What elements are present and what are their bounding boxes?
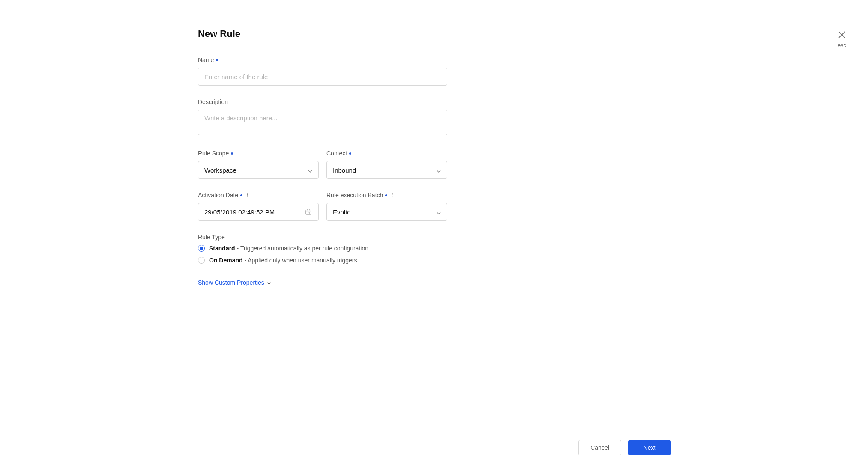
info-icon[interactable]: i [389,193,395,198]
required-dot-icon [216,59,218,61]
rule-type-option-standard[interactable]: Standard - Triggered automatically as pe… [198,245,447,252]
batch-label: Rule execution Batch i [326,192,447,199]
rule-scope-select[interactable]: Workspace [198,161,319,179]
chevron-down-icon [267,279,271,286]
cancel-button[interactable]: Cancel [578,440,621,455]
rule-type-option-label: On Demand [209,257,243,264]
chevron-down-icon [308,167,312,174]
rule-scope-value: Workspace [204,167,236,174]
name-label: Name [198,57,447,63]
activation-date-field[interactable]: 29/05/2019 02:49:52 PM 21 [198,203,319,221]
close-icon [837,30,847,41]
context-select[interactable]: Inbound [326,161,447,179]
rule-type-option-on-demand[interactable]: On Demand - Applied only when user manua… [198,257,447,264]
name-field[interactable] [198,68,447,86]
description-field[interactable] [198,110,447,135]
radio-checked-icon [198,245,205,252]
next-button[interactable]: Next [628,440,671,455]
link-label: Show Custom Properties [198,279,264,286]
rule-type-option-desc: Triggered automatically as per rule conf… [240,245,368,252]
info-icon[interactable]: i [245,193,250,198]
page-title: New Rule [198,28,447,39]
context-label: Context [326,150,447,157]
required-dot-icon [240,194,242,196]
show-custom-properties-link[interactable]: Show Custom Properties [198,279,271,286]
required-dot-icon [349,152,351,155]
rule-type-option-desc: Applied only when user manually triggers [248,257,357,264]
close-hint-label: esc [838,42,846,48]
footer-bar: Cancel Next [0,431,868,464]
close-button[interactable]: esc [837,30,847,48]
batch-value: Evolto [333,208,351,216]
chevron-down-icon [437,167,441,174]
calendar-icon: 21 [305,208,312,216]
context-value: Inbound [333,167,356,174]
required-dot-icon [385,194,387,196]
rule-type-label: Rule Type [198,234,447,241]
chevron-down-icon [437,208,441,216]
rule-type-option-label: Standard [209,245,235,252]
activation-date-value: 29/05/2019 02:49:52 PM [204,208,275,216]
required-dot-icon [231,152,233,155]
activation-date-label: Activation Date i [198,192,319,199]
radio-unchecked-icon [198,257,205,264]
batch-select[interactable]: Evolto [326,203,447,221]
description-label: Description [198,98,447,105]
svg-text:21: 21 [308,212,310,214]
new-rule-form: New Rule Name Description Rule Scope Wor… [198,0,447,286]
rule-scope-label: Rule Scope [198,150,319,157]
